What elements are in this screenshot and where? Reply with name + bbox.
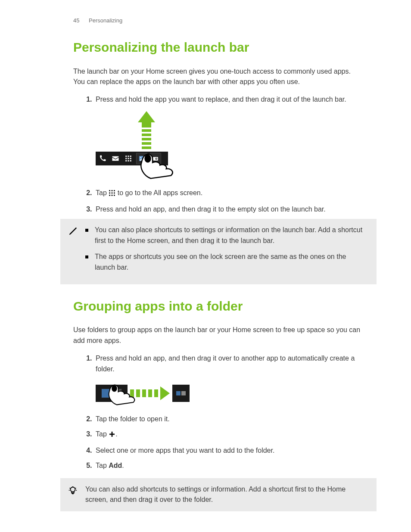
section2-title: Grouping apps into a folder <box>73 299 364 314</box>
step-text: Press and hold an app, and then drag it … <box>96 355 355 373</box>
svg-rect-6 <box>125 160 127 162</box>
folder-target-graphic <box>172 385 190 402</box>
svg-rect-17 <box>114 190 115 191</box>
svg-rect-15 <box>109 190 111 191</box>
step-text-pre: Tap <box>96 189 109 196</box>
header-section: Personalizing <box>89 17 122 24</box>
svg-rect-1 <box>128 156 129 157</box>
svg-point-14 <box>144 154 151 162</box>
svg-rect-16 <box>112 190 113 191</box>
section2-step-5: Tap Add. <box>94 460 364 471</box>
figure-drag-out <box>96 111 364 180</box>
note-bullet-2: The apps or shortcuts you see on the loc… <box>85 252 368 273</box>
section1-step-1: Press and hold the app you want to repla… <box>94 94 364 180</box>
note-bullet-1: You can also place shortcuts to settings… <box>85 225 368 246</box>
svg-rect-0 <box>125 156 127 157</box>
step-text: Press and hold an app, and then drag it … <box>96 205 326 213</box>
section1-steps: Press and hold the app you want to repla… <box>73 94 364 215</box>
svg-rect-8 <box>130 160 131 162</box>
hand-pointer-icon <box>108 383 138 407</box>
svg-rect-19 <box>112 193 113 194</box>
section2-step-3: Tap . <box>94 429 364 441</box>
hand-pointer-icon <box>139 153 177 179</box>
svg-rect-3 <box>125 158 127 159</box>
step-text: Select one or more apps that you want to… <box>96 447 274 454</box>
page-header: 45 Personalizing <box>73 17 364 24</box>
section1-intro: The launch bar on your Home screen gives… <box>73 66 364 88</box>
plus-icon <box>109 430 115 441</box>
svg-point-27 <box>71 487 75 492</box>
svg-rect-23 <box>114 195 115 196</box>
svg-rect-22 <box>112 195 113 196</box>
svg-rect-21 <box>109 195 111 196</box>
apps-grid-icon <box>123 153 134 164</box>
pencil-icon <box>68 227 78 238</box>
section1-title: Personalizing the launch bar <box>73 40 364 55</box>
step-text: Tap the folder to open it. <box>96 415 170 423</box>
svg-rect-26 <box>109 434 115 435</box>
section2-step-1: Press and hold an app, and then drag it … <box>94 353 364 407</box>
all-apps-icon <box>109 189 115 200</box>
section2-step-4: Select one or more apps that you want to… <box>94 445 364 456</box>
page-number: 45 <box>73 17 79 24</box>
step-text-pre: Tap <box>96 430 109 438</box>
svg-rect-4 <box>128 158 129 159</box>
mail-icon <box>110 153 121 164</box>
section2-step-2: Tap the folder to open it. <box>94 414 364 425</box>
section2-steps: Press and hold an app, and then drag it … <box>73 353 364 471</box>
svg-rect-18 <box>109 193 111 194</box>
lightbulb-icon <box>68 486 78 499</box>
section2-tip: You can also add shortcuts to settings o… <box>60 478 377 512</box>
svg-point-24 <box>112 385 117 392</box>
svg-rect-2 <box>130 156 131 157</box>
step-text-pre: Tap <box>96 462 109 469</box>
section1-note: You can also place shortcuts to settings… <box>60 219 377 284</box>
arrow-up-icon <box>138 111 155 151</box>
step-text-post: to go to the All apps screen. <box>115 189 202 196</box>
section2-intro: Use folders to group apps on the launch … <box>73 325 364 346</box>
tip-text: You can also add shortcuts to settings o… <box>85 484 368 506</box>
svg-rect-5 <box>130 158 131 159</box>
section1-step-2: Tap to go to the All apps screen. <box>94 188 364 200</box>
step-text-bold: Add <box>109 462 122 469</box>
section1-step-3: Press and hold an app, and then drag it … <box>94 204 364 215</box>
svg-rect-20 <box>114 193 115 194</box>
step-text: Press and hold the app you want to repla… <box>96 96 346 103</box>
figure-drag-to-folder <box>96 380 364 406</box>
svg-rect-7 <box>128 160 129 162</box>
step-text-post: . <box>122 462 124 469</box>
phone-icon <box>97 153 108 164</box>
step-text-post: . <box>115 430 117 438</box>
